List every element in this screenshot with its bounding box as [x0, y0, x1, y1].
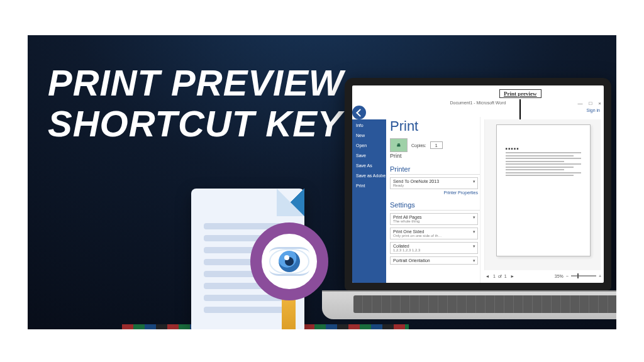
- back-button[interactable]: [352, 106, 366, 119]
- window-minimize-icon[interactable]: —: [577, 101, 582, 106]
- page-total: 1: [504, 274, 507, 278]
- backstage-sidebar: Info New Open Save Save As Save as Adobe…: [352, 119, 386, 283]
- printer-section-header: Printer: [390, 165, 480, 175]
- setting-collated-select[interactable]: Collated 1,2,3 1,2,3 1,2,3: [390, 242, 478, 254]
- zoom-out-icon[interactable]: −: [566, 274, 569, 278]
- zoom-slider[interactable]: [571, 275, 596, 277]
- eye-icon: [269, 249, 309, 274]
- print-button[interactable]: 🖶: [390, 138, 408, 152]
- setting-orientation-select[interactable]: Portrait Orientation: [390, 256, 478, 265]
- sign-in-link[interactable]: Sign in: [587, 108, 600, 112]
- sidebar-item-print[interactable]: Print: [356, 184, 384, 188]
- print-preview-pane: ■ ■ ■ ■ ■: [484, 119, 601, 270]
- page-navigator[interactable]: ◄ 1 of 1 ►: [484, 274, 516, 278]
- window-maximize-icon[interactable]: □: [589, 101, 592, 106]
- magnifier-icon: [250, 222, 345, 329]
- copies-stepper[interactable]: 1: [430, 141, 443, 149]
- zoom-value: 35%: [555, 274, 564, 278]
- print-panel: Print 🖶 Copies: 1 Print Printer Send To …: [386, 117, 480, 283]
- sidebar-item-save[interactable]: Save: [356, 153, 384, 158]
- printer-name: Send To OneNote 2013: [393, 179, 439, 184]
- sidebar-item-open[interactable]: Open: [356, 143, 384, 148]
- settings-section-header: Settings: [390, 201, 480, 211]
- window-close-icon[interactable]: ×: [598, 101, 601, 106]
- laptop-deck: [322, 290, 616, 319]
- word-print-backstage: Print preview Document1 - Microsoft Word…: [352, 85, 604, 283]
- headline-line2: SHORTCUT KEY: [48, 104, 344, 145]
- window-title: Document1 - Microsoft Word: [352, 101, 604, 105]
- magnifier-lens: [250, 222, 328, 300]
- print-button-label: Print: [390, 153, 480, 159]
- callout-label: Print preview: [499, 89, 541, 98]
- copies-label: Copies:: [411, 143, 426, 148]
- print-heading: Print: [390, 117, 480, 134]
- page-fold-icon: [277, 189, 304, 216]
- printer-properties-link[interactable]: Printer Properties: [390, 190, 478, 195]
- zoom-in-icon[interactable]: +: [599, 274, 601, 278]
- preview-status-bar: ◄ 1 of 1 ► 35% − +: [484, 272, 601, 280]
- page-of: of: [498, 274, 502, 278]
- document-illustration: [191, 170, 330, 329]
- printer-status: Ready: [393, 184, 475, 187]
- laptop-lid: Print preview Document1 - Microsoft Word…: [345, 78, 611, 290]
- preview-page: ■ ■ ■ ■ ■: [496, 124, 591, 256]
- headline: PRINT PREVIEW SHORTCUT KEY: [48, 63, 344, 145]
- setting-pages-select[interactable]: Print All Pages The whole thing: [390, 213, 478, 225]
- headline-line1: PRINT PREVIEW: [48, 63, 344, 104]
- sidebar-item-info[interactable]: Info: [356, 123, 384, 128]
- sidebar-item-new[interactable]: New: [356, 133, 384, 138]
- keyboard-icon: [353, 295, 616, 313]
- prev-page-icon[interactable]: ◄: [484, 274, 491, 278]
- hero-banner: PRINT PREVIEW SHORTCUT KEY Print preview…: [28, 35, 616, 329]
- sidebar-item-saveas[interactable]: Save As: [356, 163, 384, 168]
- sidebar-item-saveas-pdf[interactable]: Save as Adobe PDF: [356, 173, 384, 178]
- next-page-icon[interactable]: ►: [509, 274, 516, 278]
- window-buttons: — □ ×: [577, 101, 601, 106]
- setting-sided-select[interactable]: Print One Sided Only print on one side o…: [390, 228, 478, 239]
- laptop-mockup: Print preview Document1 - Microsoft Word…: [319, 78, 616, 329]
- printer-select[interactable]: Send To OneNote 2013 Ready: [390, 177, 478, 189]
- page-current: 1: [493, 274, 496, 278]
